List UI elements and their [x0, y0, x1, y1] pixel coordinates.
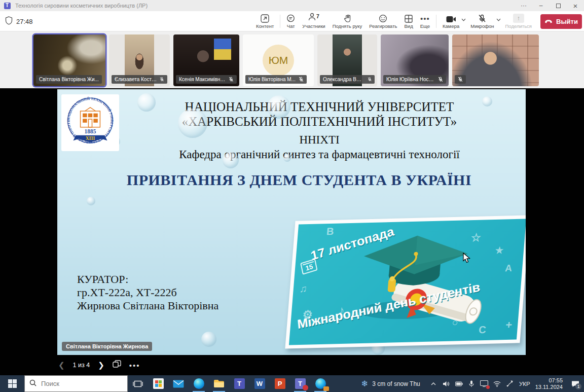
teams-meeting-icon[interactable]: T: [290, 375, 310, 392]
raise-hand-button[interactable]: Поднять руку: [329, 11, 366, 31]
content-label: Контент: [256, 23, 274, 29]
participant-name: Світлана Вікторівна Жи...: [39, 77, 99, 82]
recording-dot: [486, 385, 490, 389]
participant-tile[interactable]: Юлія Юріївна Носк...: [381, 34, 449, 86]
shield-icon: [5, 16, 13, 27]
curator-line2: гр.ХТ-222а, ХТ-222б: [77, 286, 218, 299]
meeting-stage: НАЦІОНАЛЬНИЙ ТЕХНІЧНИЙ УНІВЕРСИТЕТ • ХАР…: [0, 88, 584, 375]
doodle-letter: B: [326, 226, 334, 237]
raised-hand-icon: [344, 14, 351, 23]
doodle-letter: A: [504, 263, 513, 274]
mic-off-icon: [368, 77, 372, 82]
search-input[interactable]: [41, 380, 112, 387]
person-icon: [308, 13, 316, 23]
react-button[interactable]: Реагировать: [366, 11, 400, 31]
curator-block: КУРАТОР: гр.ХТ-222а, ХТ-222б Жирнова Сві…: [77, 273, 218, 312]
logo-year: 1885: [85, 128, 96, 134]
task-view-button[interactable]: [128, 375, 148, 392]
camera-chevron-icon[interactable]: [461, 14, 466, 23]
taskbar-search[interactable]: [24, 375, 128, 392]
store-icon[interactable]: [148, 375, 168, 392]
window-close-button[interactable]: ×: [567, 0, 584, 11]
meeting-timer: 27:48: [16, 18, 33, 25]
participant-name-badge: Єлизавета Костянт...: [112, 75, 167, 84]
presenter-badge: Світлана Вікторівна Жирнова: [62, 342, 152, 351]
share-label: Поделиться: [505, 23, 532, 29]
participant-name-badge: Юлія Вікторівна М...: [245, 75, 307, 84]
action-center-button[interactable]: 1: [567, 375, 584, 392]
more-label: Еще: [420, 23, 430, 29]
meeting-toolbar: 27:48 Контент Чат 7 Участники: [0, 11, 584, 31]
curator-line3: Жирнова Світлана Вікторівна: [77, 299, 218, 312]
bubble-decoration: [201, 332, 216, 347]
weather-text: 3 cm of snow Thu: [372, 380, 420, 387]
share-button: ↑ Поделиться: [502, 11, 535, 31]
grid-icon: [405, 14, 413, 23]
participant-name: Юлія Юріївна Носк...: [386, 77, 435, 82]
raise-hand-label: Поднять руку: [333, 23, 362, 29]
wifi-icon[interactable]: [491, 375, 503, 392]
more-button[interactable]: ••• Еще: [417, 11, 433, 31]
institute-name: ННІХТІ: [123, 133, 516, 147]
slide-position: 1 из 4: [73, 362, 90, 369]
mic-button[interactable]: Микрофон: [467, 11, 497, 31]
usb-connector-icon[interactable]: [503, 375, 516, 392]
participant-tile[interactable]: Ксенія Максимівна...: [173, 34, 239, 86]
bubble-decoration: [137, 93, 156, 112]
speaker-icon[interactable]: [440, 375, 453, 392]
participant-name: Єлизавета Костянт...: [115, 77, 157, 82]
participant-name: Ксенія Максимівна...: [179, 77, 226, 82]
participants-count: 7: [316, 13, 319, 19]
screen-share-icon[interactable]: [478, 375, 491, 392]
logo-abbr: ХПІ: [86, 135, 95, 141]
curator-line1: КУРАТОР:: [77, 273, 218, 286]
mic-off-icon: [160, 77, 164, 82]
participant-name-badge: Олександра Влади...: [320, 75, 375, 84]
doodle-star: ★: [495, 245, 504, 256]
window-maximize-button[interactable]: [550, 0, 567, 11]
window-minimize-button[interactable]: –: [532, 0, 550, 11]
present-icon: [261, 14, 269, 23]
presentation-slide: НАЦІОНАЛЬНИЙ ТЕХНІЧНИЙ УНІВЕРСИТЕТ • ХАР…: [57, 89, 526, 355]
participant-tile-speaker[interactable]: Світлана Вікторівна Жи...: [33, 34, 105, 86]
participant-tile[interactable]: ЮМ Юлія Вікторівна М...: [243, 34, 314, 86]
participants-button[interactable]: 7 Участники: [299, 11, 328, 31]
participant-tile[interactable]: [452, 34, 539, 86]
view-label: Вид: [405, 23, 413, 29]
bubble-decoration: [482, 96, 492, 106]
slide-more-button[interactable]: •••: [129, 361, 140, 370]
content-button[interactable]: Контент: [252, 11, 277, 31]
popout-icon[interactable]: [113, 360, 121, 370]
battery-icon[interactable]: [453, 375, 465, 392]
students-day-postcard: B ☆ ★ ♪ ⚙ A C + ○ ♫ 17 листопада 15: [285, 215, 526, 348]
teams-icon[interactable]: T: [229, 375, 249, 392]
chat-button[interactable]: Чат: [283, 11, 299, 31]
mail-icon[interactable]: [168, 375, 189, 392]
leave-button[interactable]: Выйти: [540, 14, 582, 29]
briefcase-badge: [323, 386, 329, 391]
start-button[interactable]: [0, 375, 24, 392]
window-more-button[interactable]: ···: [515, 0, 532, 11]
prev-slide-button[interactable]: ❮: [58, 361, 65, 370]
next-slide-button[interactable]: ❯: [98, 361, 104, 370]
share-icon: ↑: [513, 14, 524, 23]
taskbar-weather[interactable]: ❄ 3 cm of snow Thu: [361, 379, 420, 388]
edge-work-profile-icon[interactable]: [310, 375, 331, 392]
tray-mic-icon[interactable]: [465, 375, 478, 392]
participant-tile[interactable]: Єлизавета Костянт...: [109, 34, 170, 86]
language-indicator[interactable]: УКР: [516, 381, 533, 387]
windows-taskbar: T W P T ❄ 3 cm of snow Thu: [0, 375, 584, 392]
tray-expand-chevron[interactable]: [427, 375, 440, 392]
powerpoint-icon[interactable]: P: [270, 375, 290, 392]
file-explorer-icon[interactable]: [209, 375, 229, 392]
mic-chevron-icon[interactable]: [496, 14, 501, 23]
participant-tile[interactable]: Олександра Влади...: [317, 34, 377, 86]
taskbar-clock[interactable]: 07:55 13.11.2024: [535, 377, 563, 390]
teams-app-icon: [4, 3, 11, 9]
camera-button[interactable]: Камера: [439, 11, 463, 31]
edge-icon[interactable]: [189, 375, 209, 392]
word-icon[interactable]: W: [249, 375, 270, 392]
mic-off-icon: [458, 77, 463, 82]
slide-title: ПРИВІТАННЯ З ДНЕМ СТУДЕНТА В УКРАЇНІ: [78, 171, 521, 189]
view-button[interactable]: Вид: [401, 11, 417, 31]
